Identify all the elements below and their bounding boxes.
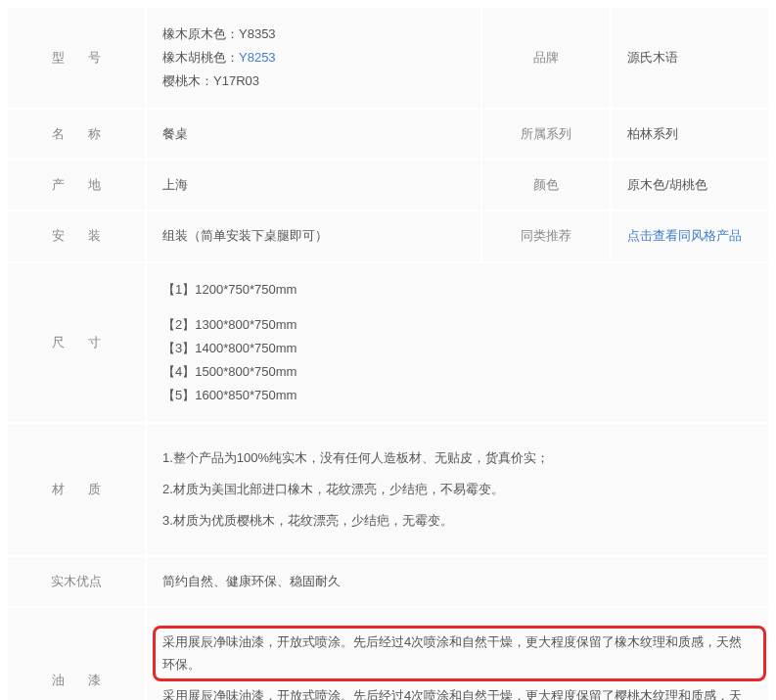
row-paint: 油漆 采用展辰净味油漆，开放式喷涂。先后经过4次喷涂和自然干燥，更大程度保留了橡…	[8, 608, 768, 700]
label-similar: 同类推荐	[482, 211, 610, 260]
value-material: 1.整个产品为100%纯实木，没有任何人造板材、无贴皮，货真价实； 2.材质为美…	[147, 424, 768, 555]
row-install: 安装 组装（简单安装下桌腿即可） 同类推荐 点击查看同风格产品	[8, 211, 768, 260]
value-name: 餐桌	[147, 110, 480, 159]
label-series: 所属系列	[482, 110, 610, 159]
value-brand: 源氏木语	[612, 8, 768, 108]
value-model: 橡木原木色：Y8353 橡木胡桃色：Y8253 樱桃木：Y17R03	[147, 8, 480, 108]
model-link-y8253[interactable]: Y8253	[239, 50, 276, 65]
row-name: 名称 餐桌 所属系列 柏林系列	[8, 110, 768, 159]
label-size: 尺寸	[8, 263, 145, 422]
label-brand: 品牌	[482, 8, 610, 108]
value-advantage: 简约自然、健康环保、稳固耐久	[147, 557, 768, 606]
label-advantage: 实木优点	[8, 557, 145, 606]
label-origin: 产地	[8, 161, 145, 210]
row-origin: 产地 上海 颜色 原木色/胡桃色	[8, 161, 768, 210]
label-paint: 油漆	[8, 608, 145, 700]
value-size: 【1】1200*750*750mm 【2】1300*800*750mm 【3】1…	[147, 263, 768, 422]
label-material: 材质	[8, 424, 145, 555]
value-series: 柏林系列	[612, 110, 768, 159]
value-origin: 上海	[147, 161, 480, 210]
value-paint: 采用展辰净味油漆，开放式喷涂。先后经过4次喷涂和自然干燥，更大程度保留了橡木纹理…	[147, 608, 768, 700]
spec-table: 型号 橡木原木色：Y8353 橡木胡桃色：Y8253 樱桃木：Y17R03 品牌…	[6, 6, 770, 700]
value-color: 原木色/胡桃色	[612, 161, 768, 210]
label-model: 型号	[8, 8, 145, 108]
row-size: 尺寸 【1】1200*750*750mm 【2】1300*800*750mm 【…	[8, 263, 768, 422]
row-advantage: 实木优点 简约自然、健康环保、稳固耐久	[8, 557, 768, 606]
label-color: 颜色	[482, 161, 610, 210]
label-name: 名称	[8, 110, 145, 159]
value-similar: 点击查看同风格产品	[612, 211, 768, 260]
value-install: 组装（简单安装下桌腿即可）	[147, 211, 480, 260]
label-install: 安装	[8, 211, 145, 260]
row-model: 型号 橡木原木色：Y8353 橡木胡桃色：Y8253 樱桃木：Y17R03 品牌…	[8, 8, 768, 108]
row-material: 材质 1.整个产品为100%纯实木，没有任何人造板材、无贴皮，货真价实； 2.材…	[8, 424, 768, 555]
link-similar-products[interactable]: 点击查看同风格产品	[627, 228, 742, 243]
